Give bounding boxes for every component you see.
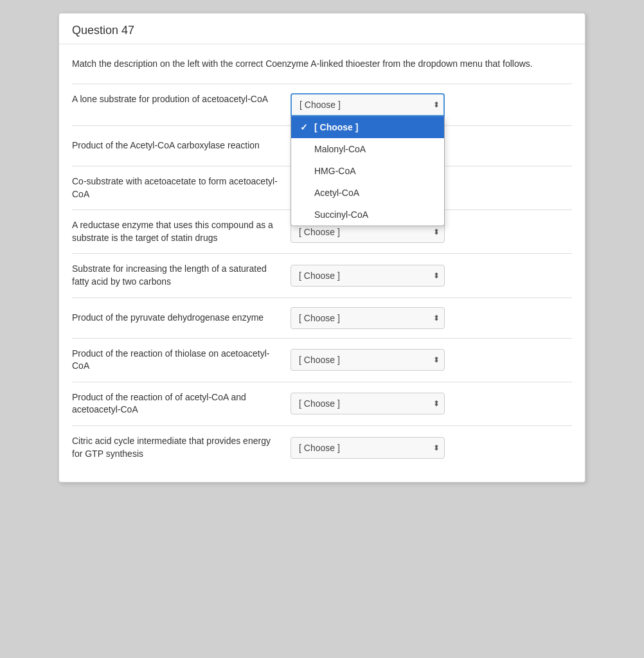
card-body: Match the description on the left with t…: [59, 44, 585, 482]
question-row-8: Product of the reaction of of acetyl-CoA…: [72, 382, 572, 426]
question-row-1: A lone substrate for prodution of acetoa…: [72, 84, 572, 126]
row-9-select[interactable]: [ Choose ] Malonyl-CoA HMG-CoA Acetyl-Co…: [291, 437, 445, 459]
checkmark-icon: ✓: [300, 122, 310, 132]
row-8-label: Product of the reaction of of acetyl-CoA…: [72, 391, 291, 416]
row-6-select-container: [ Choose ] Malonyl-CoA HMG-CoA Acetyl-Co…: [291, 307, 572, 329]
empty-check-2: [300, 166, 310, 176]
question-card: Question 47 Match the description on the…: [58, 13, 586, 483]
dropdown-option-succinyl[interactable]: Succinyl-CoA: [291, 204, 444, 226]
row-1-select-container: [ Choose ] Malonyl-CoA HMG-CoA Acetyl-Co…: [291, 93, 572, 116]
row-2-label: Product of the Acetyl-CoA carboxylase re…: [72, 139, 291, 152]
question-title: Question 47: [72, 24, 572, 37]
card-header: Question 47: [59, 13, 585, 44]
row-1-label: A lone substrate for prodution of acetoa…: [72, 93, 291, 106]
dropdown-option-malonyl[interactable]: Malonyl-CoA: [291, 138, 444, 160]
row-7-select[interactable]: [ Choose ] Malonyl-CoA HMG-CoA Acetyl-Co…: [291, 349, 445, 371]
row-9-label: Citric acid cycle intermediate that prov…: [72, 435, 291, 460]
row-8-select[interactable]: [ Choose ] Malonyl-CoA HMG-CoA Acetyl-Co…: [291, 393, 445, 414]
question-row-6: Product of the pyruvate dehydrogenase en…: [72, 298, 572, 339]
row-1-select[interactable]: [ Choose ] Malonyl-CoA HMG-CoA Acetyl-Co…: [291, 93, 445, 116]
row-5-select-container: [ Choose ] Malonyl-CoA HMG-CoA Acetyl-Co…: [291, 265, 572, 287]
row-5-select[interactable]: [ Choose ] Malonyl-CoA HMG-CoA Acetyl-Co…: [291, 265, 445, 287]
row-5-label: Substrate for increasing the length of a…: [72, 263, 291, 288]
row-5-select-wrapper: [ Choose ] Malonyl-CoA HMG-CoA Acetyl-Co…: [291, 265, 445, 287]
dropdown-option-acetyl[interactable]: Acetyl-CoA: [291, 182, 444, 204]
row-1-select-wrapper: [ Choose ] Malonyl-CoA HMG-CoA Acetyl-Co…: [291, 93, 445, 116]
empty-check-3: [300, 188, 310, 198]
row-9-select-wrapper: [ Choose ] Malonyl-CoA HMG-CoA Acetyl-Co…: [291, 437, 445, 459]
question-row-5: Substrate for increasing the length of a…: [72, 254, 572, 298]
row-9-select-container: [ Choose ] Malonyl-CoA HMG-CoA Acetyl-Co…: [291, 437, 572, 459]
row-6-label: Product of the pyruvate dehydrogenase en…: [72, 312, 291, 325]
question-row-9: Citric acid cycle intermediate that prov…: [72, 426, 572, 469]
row-3-label: Co-substrate with acetoacetate to form a…: [72, 175, 291, 200]
instructions-text: Match the description on the left with t…: [72, 57, 572, 71]
row-1-dropdown-menu: ✓ [ Choose ] Malonyl-CoA HMG-CoA: [291, 116, 445, 226]
row-8-select-wrapper: [ Choose ] Malonyl-CoA HMG-CoA Acetyl-Co…: [291, 393, 445, 414]
row-7-select-wrapper: [ Choose ] Malonyl-CoA HMG-CoA Acetyl-Co…: [291, 349, 445, 371]
dropdown-option-choose[interactable]: ✓ [ Choose ]: [291, 116, 444, 138]
row-4-label: A reductase enzyme that uses this compou…: [72, 219, 291, 244]
row-8-select-container: [ Choose ] Malonyl-CoA HMG-CoA Acetyl-Co…: [291, 393, 572, 414]
empty-check-4: [300, 209, 310, 220]
dropdown-option-hmg[interactable]: HMG-CoA: [291, 160, 444, 182]
question-row-7: Product of the reaction of thiolase on a…: [72, 339, 572, 382]
empty-check: [300, 144, 310, 154]
row-6-select[interactable]: [ Choose ] Malonyl-CoA HMG-CoA Acetyl-Co…: [291, 307, 445, 329]
row-7-label: Product of the reaction of thiolase on a…: [72, 348, 291, 373]
row-6-select-wrapper: [ Choose ] Malonyl-CoA HMG-CoA Acetyl-Co…: [291, 307, 445, 329]
row-7-select-container: [ Choose ] Malonyl-CoA HMG-CoA Acetyl-Co…: [291, 349, 572, 371]
